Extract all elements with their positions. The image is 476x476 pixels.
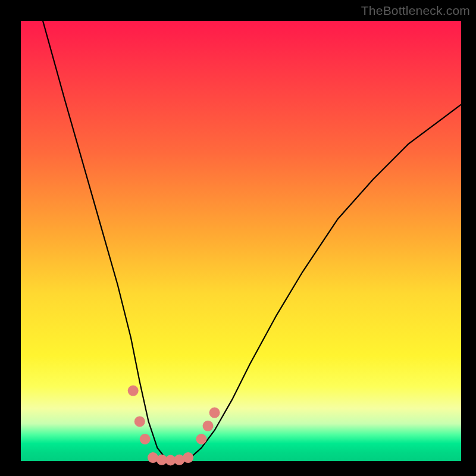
curve-marker: [140, 434, 151, 444]
curve-marker: [196, 434, 206, 444]
chart-frame: TheBottleneck.com: [0, 0, 476, 476]
bottleneck-curve: [43, 21, 461, 461]
curve-marker: [128, 386, 139, 396]
watermark-text: TheBottleneck.com: [361, 4, 470, 18]
curve-marker: [209, 408, 220, 418]
curve-marker: [134, 416, 145, 427]
curve-layer: [21, 21, 461, 461]
curve-marker: [203, 421, 214, 431]
curve-marker: [183, 452, 193, 463]
marker-group: [128, 386, 220, 466]
plot-area: [21, 21, 461, 461]
